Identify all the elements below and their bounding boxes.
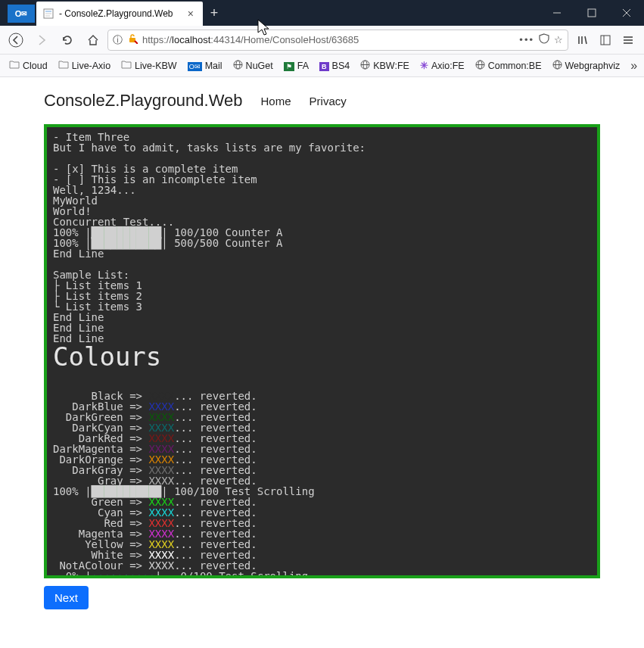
bookmark-label: FA — [297, 61, 309, 71]
forward-button[interactable] — [30, 29, 53, 51]
bookmark-label: Live-Axio — [72, 61, 110, 71]
svg-rect-13 — [601, 36, 610, 45]
bookmark-item[interactable]: ✳Axio:FE — [415, 58, 469, 73]
bookmark-icon: B — [319, 61, 329, 71]
bookmark-item[interactable]: BBS4 — [315, 59, 354, 73]
tab-favicon-icon — [42, 8, 54, 20]
bookmark-icon: O✉ — [188, 61, 202, 71]
browser-titlebar: O✉ - ConsoleZ.Playground.Web × + — [0, 0, 644, 26]
bookmark-icon: ✳ — [420, 60, 428, 71]
console-output: - Item Three But I have to admit, tasks … — [44, 124, 600, 578]
bookmark-icon — [121, 60, 132, 71]
bookmark-item[interactable]: Webgraphviz — [548, 58, 625, 73]
bookmark-label: Live-KBW — [135, 61, 177, 71]
back-button[interactable] — [5, 29, 27, 51]
tab-title: - ConsoleZ.Playground.Web — [59, 8, 185, 19]
bookmark-item[interactable]: Live-KBW — [117, 58, 182, 73]
pinned-tab-outlook[interactable]: O✉ — [8, 5, 35, 23]
bookmark-icon — [475, 60, 485, 72]
bookmarks-overflow-icon[interactable]: » — [626, 59, 642, 73]
bookmark-label: Common:BE — [488, 61, 542, 71]
page-actions-dots-icon[interactable]: ••• — [519, 34, 534, 45]
lock-warning-icon[interactable] — [127, 33, 138, 46]
bookmark-item[interactable]: O✉Mail — [183, 59, 227, 73]
bookmark-label: Axio:FE — [431, 61, 465, 71]
tracking-shield-icon[interactable] — [539, 33, 549, 46]
bookmark-label: Webgraphviz — [565, 61, 621, 71]
page-navbar: ConsoleZ.Playground.Web Home Privacy — [14, 77, 630, 124]
bookmark-icon — [233, 60, 243, 72]
brand-title[interactable]: ConsoleZ.Playground.Web — [44, 91, 243, 111]
reload-button[interactable] — [56, 29, 79, 51]
identity-info-icon[interactable]: ⓘ — [113, 33, 123, 47]
bookmark-item[interactable]: Cloud — [5, 58, 52, 73]
bookmark-label: Cloud — [23, 61, 48, 71]
svg-line-12 — [585, 36, 586, 44]
bookmark-icon — [9, 60, 20, 71]
bookmark-label: BS4 — [332, 61, 350, 71]
bookmark-label: Mail — [205, 61, 222, 71]
new-tab-button[interactable]: + — [203, 0, 226, 26]
bookmarks-toolbar: CloudLive-AxioLive-KBWO✉MailNuGet⚑FABBS4… — [0, 55, 644, 77]
app-menu-button[interactable] — [617, 29, 639, 51]
close-tab-icon[interactable]: × — [185, 8, 197, 20]
home-button[interactable] — [82, 29, 104, 51]
bookmark-item[interactable]: Live-Axio — [54, 58, 115, 73]
url-text: https://localhost:44314/Home/ConsoleHost… — [142, 34, 359, 45]
bookmark-icon — [360, 60, 370, 72]
bookmark-label: KBW:FE — [373, 61, 409, 71]
nav-link-privacy[interactable]: Privacy — [310, 95, 347, 107]
address-bar[interactable]: ⓘ https://localhost:44314/Home/ConsoleHo… — [107, 30, 568, 51]
sidebar-button[interactable] — [594, 29, 617, 51]
bookmark-item[interactable]: Common:BE — [471, 58, 546, 73]
bookmark-icon: ⚑ — [284, 61, 294, 71]
bookmark-item[interactable]: NuGet — [229, 58, 278, 73]
window-close-button[interactable] — [609, 0, 644, 26]
svg-point-8 — [9, 33, 23, 47]
browser-nav-toolbar: ⓘ https://localhost:44314/Home/ConsoleHo… — [0, 26, 644, 55]
bookmark-icon — [552, 60, 562, 72]
svg-rect-5 — [588, 9, 596, 17]
bookmark-item[interactable]: ⚑FA — [279, 59, 313, 73]
nav-link-home[interactable]: Home — [261, 95, 291, 107]
window-maximize-button[interactable] — [574, 0, 609, 26]
bookmark-star-icon[interactable]: ☆ — [554, 34, 563, 45]
library-button[interactable] — [571, 29, 594, 51]
window-minimize-button[interactable] — [540, 0, 574, 26]
bookmark-icon — [58, 60, 69, 71]
bookmark-label: NuGet — [246, 61, 273, 71]
next-button[interactable]: Next — [44, 586, 89, 609]
bookmark-item[interactable]: KBW:FE — [356, 58, 414, 73]
active-tab[interactable]: - ConsoleZ.Playground.Web × — [36, 2, 203, 26]
